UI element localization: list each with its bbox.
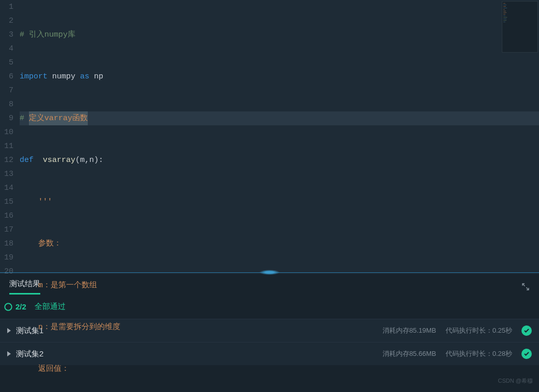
code-token: n：是需要拆分到的维度 [38,320,120,334]
code-token: def [20,153,34,167]
minimap[interactable]: ▬▬▬ ▬▬▬▬▬ ▬▬▬▬ ▬▬▬▬▬▬ ▬▬ ▬▬▬▬ ▬▬▬▬▬ ▬▬▬ … [502,1,538,53]
line-number: 3 [0,28,13,42]
chevron-right-icon [7,328,11,333]
line-number: 14 [0,181,13,195]
code-token: # [20,111,24,125]
line-number: 19 [0,251,13,265]
line-number: 15 [0,195,13,209]
line-number: 16 [0,209,13,223]
code-token: 定义varray函数 [29,111,88,125]
code-area[interactable]: # 引入numpy库 import numpy as np # 定义varray… [20,0,539,271]
line-number: 4 [0,42,13,56]
code-token: numpy [52,70,75,84]
line-number: 8 [0,97,13,111]
drag-handle-icon [259,270,280,275]
svg-point-0 [5,303,11,310]
line-number: 18 [0,237,13,251]
code-token: m：是第一个数组 [38,279,97,292]
watermark: CSDN @希穆 [498,377,533,385]
line-number: 2 [0,14,13,28]
code-token: import [20,70,47,84]
line-number: 7 [0,84,13,97]
line-number: 5 [0,56,13,70]
line-number: 17 [0,223,13,237]
code-token: 返回值： [38,362,69,376]
code-token: 参数： [38,237,61,251]
line-number: 1 [0,0,13,14]
code-token: ''' [38,195,52,209]
code-editor[interactable]: 1 2 3 4 5 6 7 8 9 10 11 12 13 14 15 16 1… [0,0,539,271]
line-number: 12 [0,153,13,167]
line-number: 9 [0,111,13,125]
code-token: (m,n): [75,153,103,167]
code-token: vsarray [43,153,75,167]
check-circle-icon [4,303,12,311]
line-number: 11 [0,139,13,153]
line-number: 13 [0,167,13,181]
line-number-gutter: 1 2 3 4 5 6 7 8 9 10 11 12 13 14 15 16 1… [0,0,20,271]
line-number: 10 [0,125,13,139]
panel-resize-handle[interactable] [0,271,539,274]
code-token: as [80,70,89,84]
chevron-right-icon [7,351,11,356]
line-number: 6 [0,70,13,84]
code-token: np [94,70,103,84]
code-token: # 引入numpy库 [20,28,75,42]
